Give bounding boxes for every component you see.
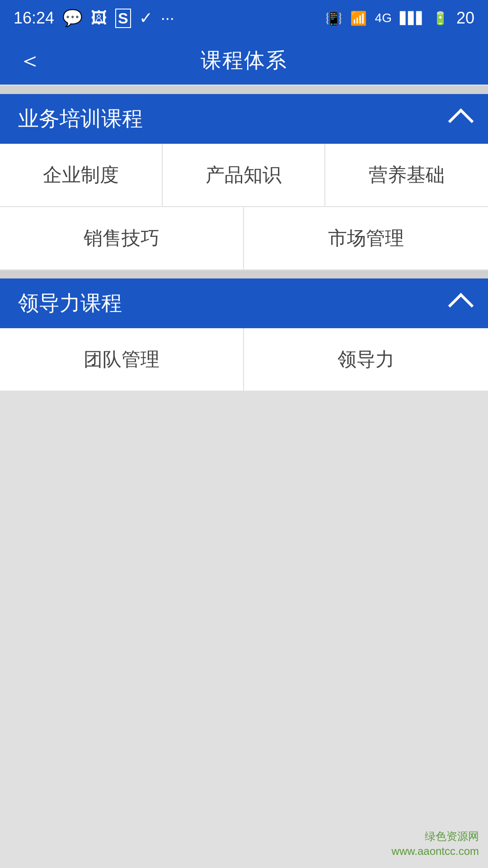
course-label-product: 产品知识 bbox=[206, 162, 282, 188]
vibrate-icon: 📳 bbox=[325, 10, 342, 26]
section-toggle-leadership[interactable] bbox=[452, 292, 470, 315]
signal-icon: ▋▋▋ bbox=[400, 11, 424, 25]
battery-level: 20 bbox=[456, 9, 474, 28]
status-left: 16:24 💬 🖼 S ✓ ··· bbox=[14, 9, 174, 28]
business-courses-row1: 企业制度 产品知识 营养基础 bbox=[0, 144, 488, 207]
status-time: 16:24 bbox=[14, 9, 54, 28]
watermark-line1: 绿色资源网 bbox=[392, 829, 479, 844]
course-label-market: 市场管理 bbox=[328, 226, 404, 251]
course-item-leadership[interactable]: 领导力 bbox=[244, 328, 488, 392]
network-icon: 4G bbox=[375, 11, 392, 25]
course-label-sales: 销售技巧 bbox=[84, 226, 160, 251]
course-item-nutrition[interactable]: 营养基础 bbox=[325, 144, 488, 207]
divider-1 bbox=[0, 86, 488, 94]
back-button[interactable]: ＜ bbox=[14, 40, 46, 81]
page-title: 课程体系 bbox=[201, 47, 287, 75]
dots-icon: ··· bbox=[161, 9, 174, 28]
bottom-empty-area bbox=[0, 392, 488, 868]
chat-icon: 💬 bbox=[62, 9, 83, 28]
watermark: 绿色资源网 www.aaontcc.com bbox=[392, 829, 479, 859]
image-icon: 🖼 bbox=[91, 9, 107, 28]
battery-icon: 🔋 bbox=[432, 11, 448, 26]
course-item-team[interactable]: 团队管理 bbox=[0, 328, 244, 392]
business-courses-row2: 销售技巧 市场管理 bbox=[0, 207, 488, 270]
course-label-nutrition: 营养基础 bbox=[369, 162, 445, 188]
course-label-team: 团队管理 bbox=[84, 347, 160, 372]
section-header-leadership[interactable]: 领导力课程 bbox=[0, 278, 488, 328]
section-title-leadership: 领导力课程 bbox=[18, 289, 122, 317]
section-toggle-business[interactable] bbox=[452, 108, 470, 130]
course-item-product[interactable]: 产品知识 bbox=[163, 144, 325, 207]
course-label-leadership: 领导力 bbox=[338, 347, 394, 372]
check-icon: ✓ bbox=[139, 9, 153, 28]
leadership-courses-row1: 团队管理 领导力 bbox=[0, 328, 488, 392]
section-title-business: 业务培训课程 bbox=[18, 105, 143, 133]
course-label-enterprise: 企业制度 bbox=[43, 162, 119, 188]
course-item-market[interactable]: 市场管理 bbox=[244, 207, 488, 270]
status-right: 📳 📶 4G ▋▋▋ 🔋 20 bbox=[325, 9, 474, 28]
divider-2 bbox=[0, 270, 488, 278]
status-bar: 16:24 💬 🖼 S ✓ ··· 📳 📶 4G ▋▋▋ 🔋 20 bbox=[0, 0, 488, 36]
section-header-business[interactable]: 业务培训课程 bbox=[0, 94, 488, 144]
course-item-sales[interactable]: 销售技巧 bbox=[0, 207, 244, 270]
nav-bar: ＜ 课程体系 bbox=[0, 36, 488, 86]
course-item-enterprise[interactable]: 企业制度 bbox=[0, 144, 163, 207]
watermark-line2: www.aaontcc.com bbox=[392, 844, 479, 859]
s-icon: S bbox=[115, 9, 131, 28]
wifi-icon: 📶 bbox=[350, 10, 367, 26]
